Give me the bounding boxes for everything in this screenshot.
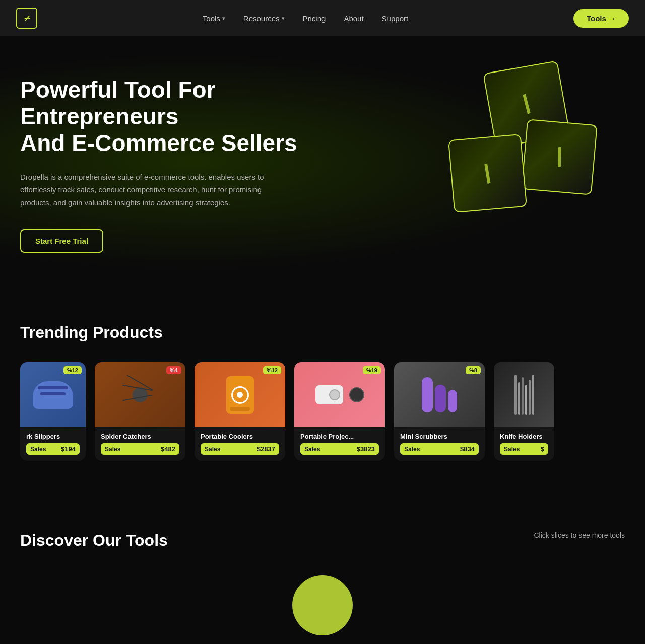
product-name: Mini Scrubbers bbox=[400, 433, 479, 440]
product-name: Spider Catchers bbox=[101, 433, 179, 440]
sales-label: Sales bbox=[30, 446, 46, 453]
list-item[interactable]: %19 Portable Projec... Sales $3823 bbox=[294, 362, 385, 461]
sales-label: Sales bbox=[105, 446, 120, 453]
product-sales-row: Sales $2837 bbox=[201, 443, 279, 455]
product-info: rk Slippers Sales $194 bbox=[20, 427, 86, 461]
list-item[interactable]: %12 rk Slippers Sales $194 bbox=[20, 362, 86, 461]
list-item[interactable]: %8 Mini Scrubbers Sales $834 bbox=[394, 362, 485, 461]
sales-value: $ bbox=[541, 445, 544, 453]
trending-section: Trending Products %12 rk Slippers Sales … bbox=[0, 298, 645, 481]
product-sales-row: Sales $3823 bbox=[300, 443, 379, 455]
product-image bbox=[494, 362, 554, 427]
product-image: %8 bbox=[394, 362, 485, 427]
product-image: %4 bbox=[95, 362, 185, 427]
product-sales-row: Sales $834 bbox=[400, 443, 479, 455]
sales-label: Sales bbox=[404, 446, 420, 453]
hero-description: Dropella is a comprehensive suite of e-c… bbox=[20, 171, 292, 209]
discover-header: Discover Our Tools Click slices to see m… bbox=[20, 531, 625, 570]
product-badge: %8 bbox=[466, 366, 481, 374]
product-name: rk Slippers bbox=[26, 433, 80, 440]
hero-section: Powerful Tool For Entrepreneurs And E-Co… bbox=[0, 36, 645, 288]
logo-icon: ⌿ bbox=[16, 8, 37, 29]
sales-value: $482 bbox=[161, 445, 175, 453]
product-badge: %12 bbox=[63, 366, 82, 374]
nav-link-pricing[interactable]: Pricing bbox=[303, 14, 326, 23]
product-info: Portable Coolers Sales $2837 bbox=[195, 427, 285, 461]
discover-section: Discover Our Tools Click slices to see m… bbox=[0, 501, 645, 635]
nav-link-tools[interactable]: Tools ▾ bbox=[203, 14, 225, 23]
sales-value: $194 bbox=[61, 445, 76, 453]
nav-item-support[interactable]: Support bbox=[382, 14, 409, 23]
nav-item-about[interactable]: About bbox=[344, 14, 363, 23]
product-name: Portable Projec... bbox=[300, 433, 379, 440]
nav-link-about[interactable]: About bbox=[344, 14, 363, 23]
nav-links: Tools ▾ Resources ▾ Pricing About Suppor… bbox=[203, 14, 408, 23]
product-sales-row: Sales $ bbox=[500, 443, 548, 455]
nav-link-resources[interactable]: Resources ▾ bbox=[243, 14, 285, 23]
nav-item-pricing[interactable]: Pricing bbox=[303, 14, 326, 23]
logo[interactable]: ⌿ bbox=[16, 8, 37, 29]
product-badge: %4 bbox=[166, 366, 181, 374]
trending-title: Trending Products bbox=[20, 323, 625, 342]
nav-item-tools[interactable]: Tools ▾ bbox=[203, 14, 225, 23]
green-circle bbox=[292, 575, 353, 635]
sales-label: Sales bbox=[504, 446, 520, 453]
start-free-trial-button[interactable]: Start Free Trial bbox=[20, 229, 103, 253]
sales-label: Sales bbox=[205, 446, 220, 453]
product-image: %12 bbox=[195, 362, 285, 427]
sales-label: Sales bbox=[304, 446, 320, 453]
sales-value: $834 bbox=[460, 445, 475, 453]
discover-subtitle: Click slices to see more tools bbox=[534, 531, 625, 539]
product-sales-row: Sales $482 bbox=[101, 443, 179, 455]
product-sales-row: Sales $194 bbox=[26, 443, 80, 455]
nav-tools-button[interactable]: Tools → bbox=[573, 9, 629, 28]
sales-value: $3823 bbox=[357, 445, 375, 453]
product-badge: %19 bbox=[363, 366, 381, 374]
navbar: ⌿ Tools ▾ Resources ▾ Pricing About bbox=[0, 0, 645, 36]
discover-visual-hint bbox=[20, 580, 625, 620]
nav-link-support[interactable]: Support bbox=[382, 14, 409, 23]
product-info: Portable Projec... Sales $3823 bbox=[294, 427, 385, 461]
product-image: %12 bbox=[20, 362, 86, 427]
list-item[interactable]: %4 Spider Catchers Sales $482 bbox=[95, 362, 185, 461]
cube-3 bbox=[448, 134, 527, 213]
chevron-down-icon: ▾ bbox=[282, 15, 285, 22]
product-info: Mini Scrubbers Sales $834 bbox=[394, 427, 485, 461]
chevron-down-icon: ▾ bbox=[222, 15, 225, 22]
nav-item-resources[interactable]: Resources ▾ bbox=[243, 14, 285, 23]
product-info: Spider Catchers Sales $482 bbox=[95, 427, 185, 461]
list-item[interactable]: Knife Holders Sales $ bbox=[494, 362, 554, 461]
hero-visual bbox=[443, 56, 605, 248]
hero-title: Powerful Tool For Entrepreneurs And E-Co… bbox=[20, 77, 312, 157]
product-name: Portable Coolers bbox=[201, 433, 279, 440]
discover-title: Discover Our Tools bbox=[20, 531, 168, 550]
product-info: Knife Holders Sales $ bbox=[494, 427, 554, 461]
product-badge: %12 bbox=[263, 366, 281, 374]
sales-value: $2837 bbox=[257, 445, 275, 453]
hero-content: Powerful Tool For Entrepreneurs And E-Co… bbox=[20, 77, 312, 253]
products-scroll[interactable]: %12 rk Slippers Sales $194 %4 bbox=[20, 362, 625, 466]
product-image: %19 bbox=[294, 362, 385, 427]
product-name: Knife Holders bbox=[500, 433, 548, 440]
cube-group bbox=[443, 56, 605, 248]
list-item[interactable]: %12 Portable Coolers Sales $2837 bbox=[195, 362, 285, 461]
cube-2 bbox=[521, 119, 598, 195]
